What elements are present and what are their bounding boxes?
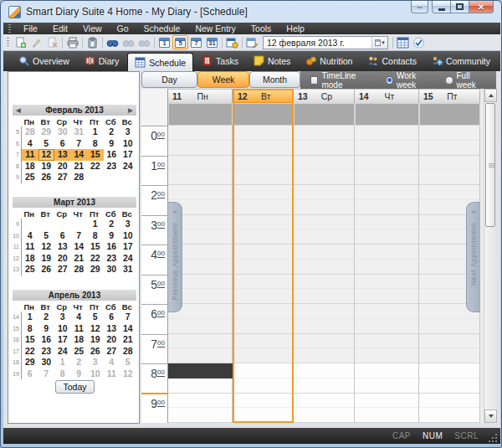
calendar-day[interactable]: 29 [38,126,55,138]
calendar-day[interactable]: 21 [71,161,88,173]
date-picker-field[interactable]: 12 февраля 2013 г. ▾ [263,36,388,49]
calendar-day[interactable]: 20 [104,334,120,346]
edit-entry-button[interactable] [28,35,44,49]
calendar-day[interactable]: 2 [71,357,88,368]
calendar-day[interactable]: 10 [120,230,136,242]
resize-grip[interactable] [488,432,499,443]
calendar-day[interactable]: 5 [120,357,136,368]
calendar-day[interactable]: 4 [22,230,38,242]
window-extra-button[interactable]: ⇔ [411,1,428,13]
calendar-day[interactable]: 11 [22,149,38,161]
calendar-day[interactable]: 12 [87,323,104,335]
time-slot[interactable] [168,408,232,423]
calendar-day[interactable]: 12 [120,368,136,380]
work-week-view-button[interactable]: 5 [172,35,188,49]
menu-item-edit[interactable]: Edit [45,23,75,33]
calendar-day[interactable]: 27 [104,346,120,358]
time-slot[interactable] [419,408,479,423]
calendar-day[interactable]: 31 [120,264,136,275]
new-entry-button[interactable] [13,35,28,49]
menu-item-new-entry[interactable]: New Entry [187,23,243,33]
scroll-up-button[interactable] [484,89,497,102]
previous-appointment-tab[interactable]: « Previous Appointment [168,202,182,312]
time-slot[interactable] [294,229,354,245]
time-slot[interactable] [233,229,293,245]
time-slot[interactable] [355,289,418,304]
tab-community[interactable]: Community [425,53,497,69]
title-bar[interactable]: Smart Diary Suite 4 Home - My Diary - [S… [1,1,501,23]
time-slot[interactable] [233,363,293,378]
day-column-header-пт[interactable]: 15Пт [419,89,480,103]
time-slot[interactable] [233,304,293,319]
vertical-scrollbar[interactable] [484,89,496,423]
time-slot[interactable] [233,260,293,275]
calendar-day[interactable]: 19 [38,253,55,265]
calendar-day[interactable]: 10 [87,368,104,380]
allday-cell[interactable] [356,104,418,125]
menu-item-file[interactable]: File [16,23,45,33]
time-slot[interactable] [355,275,418,290]
scroll-down-button[interactable] [484,409,497,423]
calendar-day[interactable]: 15 [87,241,104,253]
menu-item-view[interactable]: View [75,23,110,33]
find-button[interactable] [105,35,120,49]
time-slot[interactable] [419,394,479,409]
allday-cell[interactable] [295,104,354,125]
calendar-day[interactable]: 6 [22,368,38,380]
next-month-arrow-icon[interactable]: ▶ [125,107,136,114]
menu-grip[interactable] [8,24,11,33]
calendar-day[interactable]: 24 [120,161,136,173]
time-slot[interactable] [294,348,354,363]
calendar-day[interactable]: 8 [87,230,104,242]
calendar-day[interactable]: 25 [22,172,38,183]
calendar-day[interactable]: 10 [120,138,136,150]
calendar-day[interactable]: 28 [22,126,38,138]
tab-tasks[interactable]: Tasks [195,53,245,69]
tab-notes[interactable]: Notes [247,53,297,69]
day-column-header-чт[interactable]: 14Чт [355,89,419,103]
close-button[interactable]: ✕ [469,1,494,13]
calendar-day[interactable]: 26 [87,346,104,358]
calendar-day[interactable]: 3 [120,219,136,230]
calendar-day[interactable]: 29 [22,357,38,368]
calendar-day[interactable]: 13 [54,149,71,161]
time-slot[interactable] [168,126,232,141]
time-slot[interactable] [294,200,354,215]
calendar-day[interactable]: 8 [22,323,38,335]
time-slot[interactable] [294,408,354,423]
time-slot[interactable] [168,334,232,349]
time-slot[interactable] [294,275,354,290]
confirm-button[interactable] [411,35,427,49]
tab-contacts[interactable]: Contacts [361,53,423,69]
time-slot[interactable] [355,408,418,423]
calendar-day[interactable]: 27 [54,264,71,275]
time-slot[interactable] [419,319,479,334]
calendar-day[interactable]: 9 [71,368,88,380]
grid-view-button[interactable] [395,35,411,49]
time-slot[interactable] [419,141,479,156]
scrollbar-thumb[interactable] [485,103,495,227]
time-slot[interactable] [419,185,479,200]
time-slot[interactable] [168,141,232,156]
calendar-day[interactable]: 27 [54,172,71,183]
calendar-day[interactable]: 21 [71,253,88,265]
calendar-day[interactable]: 11 [104,368,120,380]
time-slot[interactable] [233,185,293,200]
calendar-day[interactable]: 5 [38,230,55,242]
calendar-day[interactable]: 4 [71,312,88,323]
goto-date-button[interactable] [244,35,260,49]
time-slot[interactable] [355,229,418,245]
time-slot[interactable] [294,185,354,200]
time-slot[interactable] [168,394,232,409]
delete-entry-button[interactable] [44,35,60,49]
menu-item-schedule[interactable]: Schedule [136,23,188,33]
calendar-day[interactable]: 14 [71,241,88,253]
calendar-day[interactable]: 1 [54,357,71,368]
time-slot[interactable] [294,156,354,171]
paste-button[interactable] [85,35,100,49]
tab-schedule[interactable]: Schedule [127,53,193,71]
time-slot[interactable] [355,170,418,185]
calendar-day[interactable]: 28 [71,172,88,183]
calendar-day[interactable]: 2 [104,219,120,230]
calendar-day[interactable]: 28 [71,264,88,275]
